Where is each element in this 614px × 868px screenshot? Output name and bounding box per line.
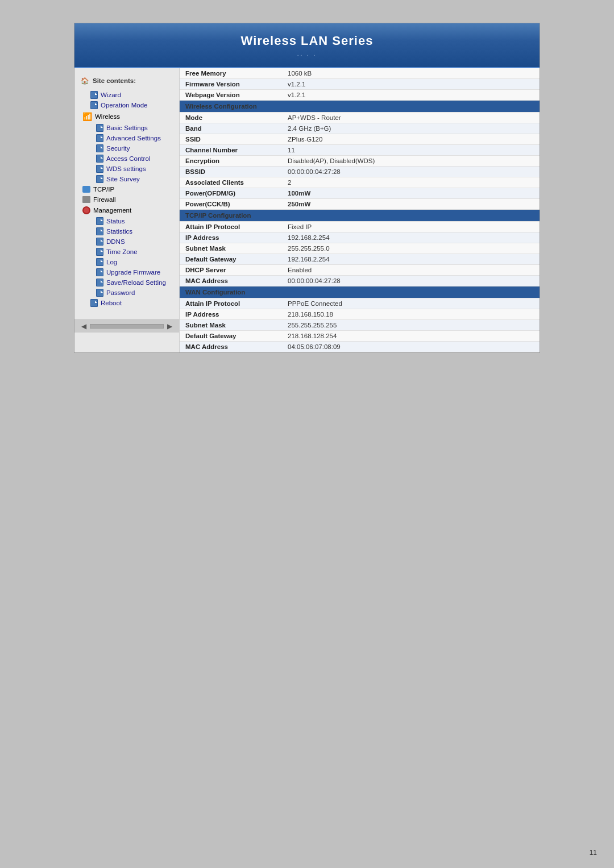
firewall-icon xyxy=(82,196,90,203)
sidebar-item-status[interactable]: Status xyxy=(74,216,179,226)
label-subnet-mask: Subnet Mask xyxy=(180,243,282,254)
sidebar-item-management[interactable]: Management xyxy=(74,205,179,216)
table-row-dhcp-server: DHCP Server Enabled xyxy=(180,265,540,276)
label-wan-default-gateway: Default Gateway xyxy=(180,331,282,342)
sidebar-item-statistics[interactable]: Statistics xyxy=(74,226,179,236)
scroll-right-btn[interactable]: ▶ xyxy=(165,322,175,330)
value-wan-subnet-mask: 255.255.255.255 xyxy=(282,320,540,331)
table-row-default-gateway: Default Gateway 192.168.2.254 xyxy=(180,254,540,265)
doc-icon xyxy=(90,101,98,109)
sidebar-item-advanced-settings[interactable]: Advanced Settings xyxy=(74,133,179,143)
page-header: Wireless LAN Series .. . . xyxy=(74,23,540,67)
label-mac-address-tcpip: MAC Address xyxy=(180,276,282,286)
section-title-wan: WAN Configuration xyxy=(180,286,540,298)
sidebar-item-wireless[interactable]: 📶 Wireless xyxy=(74,110,179,123)
value-ssid: ZPlus-G120 xyxy=(282,134,540,145)
sidebar-item-save-reload[interactable]: Save/Reload Setting xyxy=(74,277,179,288)
table-row-power-cck: Power(CCK/B) 250mW xyxy=(180,199,540,210)
label-dhcp-server: DHCP Server xyxy=(180,265,282,276)
sidebar-item-ddns[interactable]: DDNS xyxy=(74,236,179,247)
label-mode: Mode xyxy=(180,113,282,123)
section-header-wan: WAN Configuration xyxy=(180,286,540,298)
doc-icon xyxy=(96,258,103,266)
sidebar-label-basic-settings: Basic Settings xyxy=(106,124,148,131)
sidebar-item-basic-settings[interactable]: Basic Settings xyxy=(74,123,179,133)
sidebar-item-upgrade-firmware[interactable]: Upgrade Firmware xyxy=(74,267,179,277)
label-free-memory: Free Memory xyxy=(180,68,282,79)
sidebar-scrollbar: ◀ ▶ xyxy=(74,319,179,333)
sidebar-item-operation-mode[interactable]: Operation Mode xyxy=(74,100,179,110)
info-table: Free Memory 1060 kB Firmware Version v1.… xyxy=(180,68,540,352)
value-default-gateway: 192.168.2.254 xyxy=(282,254,540,265)
sidebar-item-log[interactable]: Log xyxy=(74,257,179,267)
sidebar-label-time-zone: Time Zone xyxy=(106,248,138,255)
site-contents-icon: 🏠 xyxy=(80,76,89,85)
sidebar-item-tcpip[interactable]: TCP/IP xyxy=(74,184,179,194)
section-header-wireless: Wireless Configuration xyxy=(180,101,540,113)
sidebar-item-security[interactable]: Security xyxy=(74,143,179,153)
sidebar-item-site-survey[interactable]: Site Survey xyxy=(74,174,179,184)
table-row-wan-default-gateway: Default Gateway 218.168.128.254 xyxy=(180,331,540,342)
sidebar-label-access-control: Access Control xyxy=(106,155,150,162)
sidebar-item-firewall[interactable]: Firewall xyxy=(74,194,179,205)
main-content: Free Memory 1060 kB Firmware Version v1.… xyxy=(180,68,540,352)
value-bssid: 00:00:00:04:27:28 xyxy=(282,167,540,177)
main-container: Wireless LAN Series .. . . 🏠 Site conten… xyxy=(74,23,540,353)
value-power-ofdm: 100mW xyxy=(282,188,540,199)
value-wan-ip-address: 218.168.150.18 xyxy=(282,309,540,320)
sidebar-label-log: Log xyxy=(106,259,117,265)
sidebar-label-firewall: Firewall xyxy=(93,196,116,203)
sidebar-item-access-control[interactable]: Access Control xyxy=(74,153,179,164)
doc-icon xyxy=(96,227,103,235)
label-wan-subnet-mask: Subnet Mask xyxy=(180,320,282,331)
doc-icon xyxy=(96,134,103,142)
label-bssid: BSSID xyxy=(180,167,282,177)
table-row-attain-ip: Attain IP Protocol Fixed IP xyxy=(180,222,540,232)
label-wan-mac-address: MAC Address xyxy=(180,342,282,352)
doc-icon xyxy=(90,91,98,99)
sidebar-label-management: Management xyxy=(93,207,131,214)
sidebar-label-ddns: DDNS xyxy=(106,238,125,245)
table-row-ip-address: IP Address 192.168.2.254 xyxy=(180,232,540,243)
scroll-left-btn[interactable]: ◀ xyxy=(79,322,89,330)
value-power-cck: 250mW xyxy=(282,199,540,210)
label-wan-attain-ip: Attain IP Protocol xyxy=(180,298,282,309)
sidebar-label-upgrade-firmware: Upgrade Firmware xyxy=(106,269,160,276)
table-row-ssid: SSID ZPlus-G120 xyxy=(180,134,540,145)
table-row-band: Band 2.4 GHz (B+G) xyxy=(180,123,540,134)
header-decoration: .. . . xyxy=(86,51,528,57)
section-header-tcpip: TCP/IP Configuration xyxy=(180,210,540,222)
table-row-wan-mac-address: MAC Address 04:05:06:07:08:09 xyxy=(180,342,540,352)
management-icon xyxy=(82,206,90,214)
label-webpage-version: Webpage Version xyxy=(180,90,282,101)
value-channel: 11 xyxy=(282,145,540,156)
table-row-free-memory: Free Memory 1060 kB xyxy=(180,68,540,79)
table-row-wan-attain-ip: Attain IP Protocol PPPoE Connected xyxy=(180,298,540,309)
scroll-track xyxy=(90,324,164,329)
sidebar-label-wizard: Wizard xyxy=(101,92,121,98)
sidebar-item-wds-settings[interactable]: WDS settings xyxy=(74,164,179,174)
sidebar-item-password[interactable]: Password xyxy=(74,288,179,298)
doc-icon xyxy=(96,165,103,173)
sidebar-item-reboot[interactable]: Reboot xyxy=(74,298,179,308)
table-row-wan-subnet-mask: Subnet Mask 255.255.255.255 xyxy=(180,320,540,331)
table-row-power-ofdm: Power(OFDM/G) 100mW xyxy=(180,188,540,199)
label-channel: Channel Number xyxy=(180,145,282,156)
value-attain-ip: Fixed IP xyxy=(282,222,540,232)
wireless-icon: 📶 xyxy=(82,112,92,121)
doc-icon xyxy=(96,144,103,152)
sidebar-item-time-zone[interactable]: Time Zone xyxy=(74,247,179,257)
table-row-subnet-mask: Subnet Mask 255.255.255.0 xyxy=(180,243,540,254)
label-encryption: Encryption xyxy=(180,156,282,167)
label-firmware-version: Firmware Version xyxy=(180,79,282,90)
sidebar-title: 🏠 Site contents: xyxy=(74,73,179,90)
doc-icon xyxy=(90,299,98,307)
table-row-webpage-version: Webpage Version v1.2.1 xyxy=(180,90,540,101)
value-wan-mac-address: 04:05:06:07:08:09 xyxy=(282,342,540,352)
label-ip-address: IP Address xyxy=(180,232,282,243)
sidebar-label-operation-mode: Operation Mode xyxy=(101,102,147,109)
doc-icon xyxy=(96,124,103,132)
sidebar-item-wizard[interactable]: Wizard xyxy=(74,90,179,100)
label-band: Band xyxy=(180,123,282,134)
section-title-wireless: Wireless Configuration xyxy=(180,101,540,113)
